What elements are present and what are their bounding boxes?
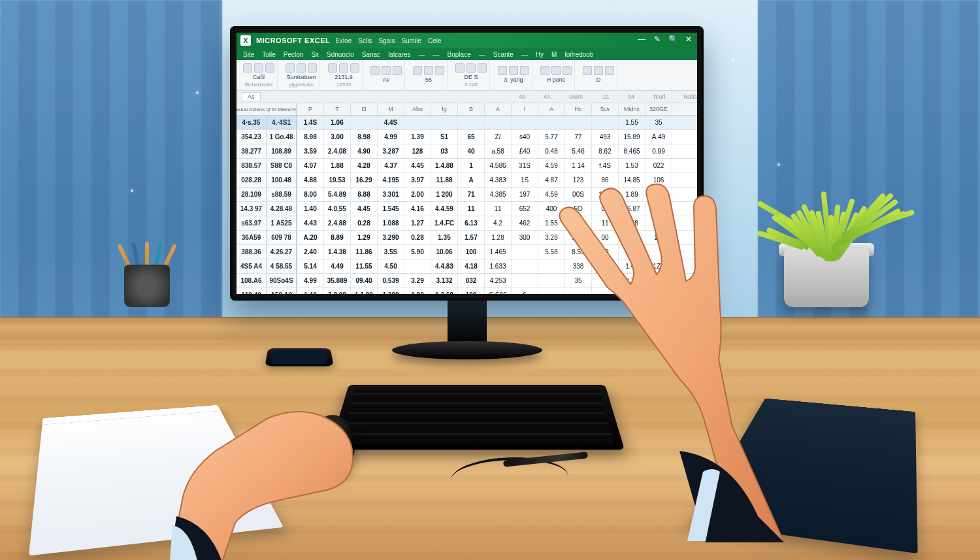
- search-icon[interactable]: 🔍: [668, 35, 678, 44]
- cell[interactable]: [645, 245, 672, 259]
- cell[interactable]: 80: [592, 245, 619, 259]
- cell[interactable]: 8A: [645, 202, 672, 216]
- cell[interactable]: 100: [645, 288, 672, 294]
- ribbon-icon[interactable]: [540, 66, 549, 75]
- cell[interactable]: 11.86: [351, 245, 378, 259]
- cell[interactable]: 338: [565, 259, 592, 273]
- cell[interactable]: 1 1.90: [351, 288, 378, 294]
- cell[interactable]: 493: [592, 130, 619, 144]
- cell[interactable]: 4.586: [485, 159, 512, 173]
- table-row[interactable]: 28.109s88.598.005.4.898.883.3012.001 200…: [237, 188, 697, 202]
- menu-item[interactable]: Site: [243, 51, 254, 58]
- spreadsheet-grid[interactable]: 4·s.354.·4S11.4S1.064.4S1.5535354.231 Go…: [237, 116, 697, 294]
- table-row[interactable]: 38.277108.893.592.4.084.903.2871280340a.…: [237, 144, 697, 159]
- cell[interactable]: 8.62: [592, 144, 619, 158]
- cell[interactable]: 128: [404, 144, 431, 158]
- cell[interactable]: 4.99: [378, 130, 404, 144]
- cell[interactable]: 106: [645, 173, 672, 187]
- cell[interactable]: 6: [512, 288, 538, 294]
- cell[interactable]: 652: [512, 202, 538, 216]
- cell[interactable]: 4.4.59: [431, 202, 458, 216]
- row-header[interactable]: 388.36: [237, 245, 267, 259]
- menu-item[interactable]: loifredoob: [564, 51, 593, 58]
- edit-icon[interactable]: ✎: [653, 35, 662, 44]
- cell[interactable]: 5.14: [297, 259, 324, 273]
- cell[interactable]: 4.50: [378, 259, 404, 273]
- cell[interactable]: [565, 116, 592, 129]
- ribbon-icon[interactable]: [498, 66, 507, 75]
- cell[interactable]: 4.37: [378, 159, 404, 173]
- cell[interactable]: 1S: [512, 173, 538, 187]
- row-header[interactable]: 4.28.48: [267, 202, 297, 216]
- cell[interactable]: 4.99: [297, 274, 324, 288]
- table-row[interactable]: 028.28100.484.8819.5316.294.1953.9711.88…: [237, 173, 697, 188]
- cell[interactable]: 462: [512, 216, 538, 230]
- cell[interactable]: 1.59: [592, 188, 619, 201]
- row-header[interactable]: s63.97: [237, 216, 267, 230]
- menu-item[interactable]: —: [419, 51, 425, 58]
- cell[interactable]: 8.88: [351, 188, 378, 201]
- cell[interactable]: 6.13: [458, 216, 485, 230]
- cell[interactable]: 123: [565, 173, 592, 187]
- cell[interactable]: 40: [458, 144, 485, 158]
- cell[interactable]: 16.29: [351, 173, 378, 187]
- cell[interactable]: 3.132: [431, 274, 458, 288]
- ribbon-group[interactable]: 3. yang: [495, 60, 532, 91]
- cell[interactable]: 100: [458, 288, 485, 294]
- row-header[interactable]: s88.59: [267, 188, 297, 201]
- cell[interactable]: 35.889: [324, 274, 351, 288]
- row-header[interactable]: S88 C8: [267, 159, 297, 173]
- column-header[interactable]: A: [538, 103, 565, 115]
- cell[interactable]: 100: [458, 245, 485, 259]
- row-header[interactable]: 100.48: [267, 173, 297, 187]
- row-header[interactable]: 1 A525: [267, 216, 297, 230]
- cell[interactable]: [512, 274, 538, 288]
- cell[interactable]: 15.89: [619, 130, 645, 144]
- name-box[interactable]: As: [242, 92, 261, 101]
- cell[interactable]: 11.55: [351, 259, 378, 273]
- ribbon-icon[interactable]: [350, 63, 359, 73]
- menu-item[interactable]: Hy: [536, 51, 544, 58]
- cell[interactable]: A: [458, 173, 485, 187]
- cell[interactable]: 3.290: [378, 231, 404, 244]
- cell[interactable]: 4.4S: [378, 116, 404, 129]
- ribbon-icon[interactable]: [424, 66, 433, 75]
- cell[interactable]: 2.4.88: [324, 216, 351, 230]
- column-header[interactable]: B: [458, 103, 485, 115]
- cell[interactable]: 1.465: [485, 245, 512, 259]
- ribbon-icon[interactable]: [308, 63, 317, 73]
- cell[interactable]: 4.385: [485, 188, 512, 201]
- corner-header[interactable]: Asiou Aclens qf itr Mekunry: [237, 103, 297, 115]
- cell[interactable]: 4.45: [404, 159, 431, 173]
- ribbon-group[interactable]: 2131.912335: [325, 60, 363, 91]
- column-header[interactable]: A: [485, 103, 512, 115]
- cell[interactable]: 2.40: [297, 245, 324, 259]
- cell[interactable]: 1.55: [538, 216, 565, 230]
- cell[interactable]: 3.287: [378, 144, 404, 158]
- cell[interactable]: 1.57: [458, 231, 485, 244]
- row-header[interactable]: 4.26.27: [267, 245, 297, 259]
- column-header[interactable]: P: [297, 103, 324, 115]
- ribbon-group[interactable]: D: [580, 60, 617, 91]
- cell[interactable]: 8.89: [324, 231, 351, 244]
- cell[interactable]: 0.99: [645, 144, 672, 158]
- table-row[interactable]: s63.971 A5254.432.4.880.281.0881.271.4.F…: [237, 216, 697, 231]
- cell[interactable]: 10.06: [431, 245, 458, 259]
- cell[interactable]: 4.87: [538, 173, 565, 187]
- cell[interactable]: [404, 116, 431, 129]
- cell[interactable]: S.S96: [485, 288, 512, 294]
- cell[interactable]: 022: [645, 159, 672, 173]
- column-header[interactable]: Hc: [565, 103, 592, 115]
- column-header[interactable]: 5cs: [592, 103, 619, 115]
- cell[interactable]: 0.28: [404, 231, 431, 244]
- menu-item[interactable]: Toile: [262, 51, 276, 58]
- cell[interactable]: [538, 116, 565, 129]
- ribbon-icon[interactable]: [520, 66, 529, 75]
- ribbon-icon[interactable]: [509, 66, 518, 75]
- cell[interactable]: 11: [485, 202, 512, 216]
- cell[interactable]: 1.27: [404, 216, 431, 230]
- cell[interactable]: 3.29: [404, 274, 431, 288]
- cell[interactable]: 2.00: [404, 188, 431, 201]
- cell[interactable]: 1.4.FC: [431, 216, 458, 230]
- cell[interactable]: 31S: [512, 159, 538, 173]
